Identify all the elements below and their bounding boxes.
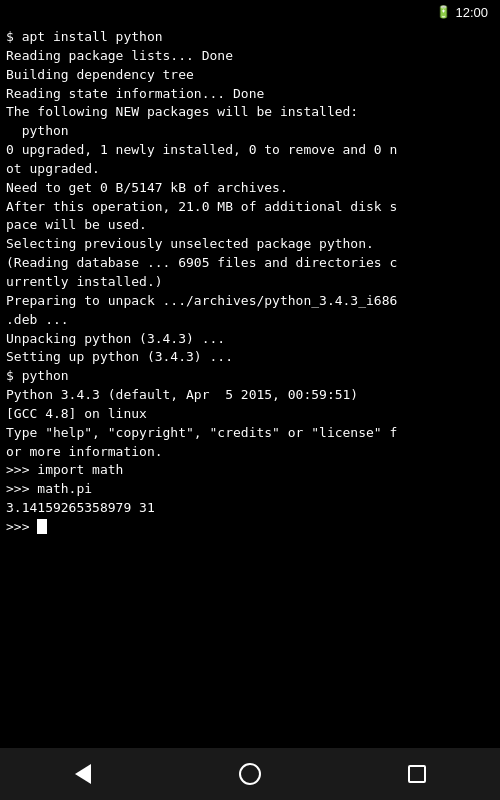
recents-button[interactable] bbox=[397, 754, 437, 794]
home-icon bbox=[239, 763, 261, 785]
nav-bar bbox=[0, 748, 500, 800]
back-button[interactable] bbox=[63, 754, 103, 794]
status-bar: 🔋 12:00 bbox=[0, 0, 500, 24]
back-icon bbox=[75, 764, 91, 784]
clock: 12:00 bbox=[455, 5, 488, 20]
battery-icon: 🔋 bbox=[436, 5, 451, 19]
terminal-area: $ apt install python Reading package lis… bbox=[0, 24, 500, 748]
terminal-output: $ apt install python Reading package lis… bbox=[6, 28, 494, 537]
recents-icon bbox=[408, 765, 426, 783]
home-button[interactable] bbox=[230, 754, 270, 794]
cursor bbox=[37, 519, 47, 534]
